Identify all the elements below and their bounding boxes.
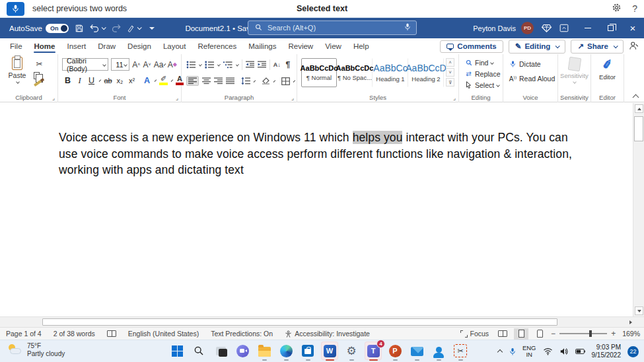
change-case-button[interactable]: Aa: [154, 59, 165, 70]
read-mode-button[interactable]: [495, 328, 510, 340]
superscript-button[interactable]: x²: [127, 77, 136, 85]
replace-button[interactable]: ⇄ Replace: [459, 68, 503, 79]
underline-button[interactable]: U: [87, 76, 96, 85]
print-layout-button[interactable]: [514, 328, 528, 340]
word-button[interactable]: W: [321, 342, 338, 360]
line-spacing-caret-icon[interactable]: [254, 80, 256, 83]
user-avatar[interactable]: PD: [521, 22, 534, 34]
zoom-level[interactable]: 169%: [622, 330, 640, 338]
close-button[interactable]: ×: [622, 18, 644, 38]
user-name[interactable]: Peyton Davis: [473, 24, 516, 32]
editor-button[interactable]: ✐ Editor: [591, 57, 624, 81]
scroll-down-button[interactable]: [635, 307, 643, 315]
highlight-color-button[interactable]: ✐: [159, 76, 168, 85]
hidden-icons-chevron[interactable]: [497, 349, 503, 354]
mail-button[interactable]: [408, 342, 425, 360]
sensitivity-button[interactable]: Sensitivity: [558, 57, 590, 83]
search-input[interactable]: [268, 24, 404, 32]
edge-button[interactable]: [277, 342, 295, 360]
increase-indent-button[interactable]: [258, 61, 266, 68]
cut-button[interactable]: ✂: [34, 58, 45, 69]
editing-mode-button[interactable]: ✎ Editing: [509, 40, 566, 54]
styles-more-button[interactable]: ⊽: [446, 78, 454, 87]
style-normal[interactable]: AaBbCcDc ¶ Normal: [301, 58, 337, 87]
microsoft-store-button[interactable]: [299, 342, 316, 360]
minimize-button[interactable]: [577, 18, 599, 38]
ribbon-display-options-icon[interactable]: [559, 24, 569, 32]
align-center-button[interactable]: [202, 77, 211, 85]
bullets-caret-icon[interactable]: [199, 63, 202, 66]
paragraph-dialog-launcher[interactable]: ⌟: [291, 94, 294, 101]
line-spacing-button[interactable]: [241, 77, 250, 85]
autosave-toggle[interactable]: On: [46, 24, 69, 33]
shrink-font-button[interactable]: A˅: [143, 59, 151, 70]
clear-formatting-button[interactable]: A◆: [168, 59, 177, 70]
align-left-button[interactable]: [186, 76, 199, 86]
tab-home[interactable]: Home: [28, 40, 61, 52]
tab-draw[interactable]: Draw: [92, 40, 122, 52]
tab-help[interactable]: Help: [347, 40, 375, 52]
tab-layout[interactable]: Layout: [157, 40, 192, 52]
shading-button[interactable]: [262, 77, 270, 85]
clipboard-dialog-launcher[interactable]: ⌟: [52, 94, 55, 101]
clock[interactable]: 9:03 PM 9/15/2022: [592, 344, 622, 359]
word-count[interactable]: 2 of 38 words: [48, 330, 101, 338]
start-button[interactable]: [168, 342, 186, 360]
tab-view[interactable]: View: [319, 40, 347, 52]
read-aloud-button[interactable]: A⁾⁾ Read Aloud: [503, 71, 557, 86]
language-switcher[interactable]: ENG IN: [522, 345, 536, 359]
zoom-slider[interactable]: [559, 333, 607, 334]
scroll-up-button[interactable]: [635, 104, 643, 113]
search-box[interactable]: [248, 20, 417, 35]
zoom-in-button[interactable]: +: [611, 329, 616, 338]
taskbar-search-button[interactable]: [190, 342, 207, 360]
weather-widget[interactable]: 75°F Partly cloudy: [8, 342, 65, 358]
wifi-icon[interactable]: [543, 347, 553, 355]
sort-button[interactable]: A↓: [273, 61, 281, 68]
text-predictions-status[interactable]: Text Predictions: On: [205, 330, 279, 338]
dictate-button[interactable]: Dictate: [503, 57, 557, 71]
comments-button[interactable]: Comments: [440, 40, 503, 53]
multilevel-caret-icon[interactable]: [236, 63, 239, 66]
premium-gem-icon[interactable]: [542, 24, 552, 32]
voice-access-app-button[interactable]: [430, 342, 447, 360]
numbering-button[interactable]: [205, 61, 214, 69]
justify-button[interactable]: [226, 77, 234, 85]
teams-button[interactable]: T4: [365, 342, 382, 360]
tray-mic-icon[interactable]: [509, 347, 516, 356]
voice-settings-gear-icon[interactable]: [612, 3, 622, 15]
collapse-ribbon-icon[interactable]: [633, 94, 639, 99]
text-effects-caret-icon[interactable]: [155, 79, 157, 82]
volume-icon[interactable]: [559, 347, 569, 355]
zoom-slider-thumb[interactable]: [589, 330, 592, 337]
grow-font-button[interactable]: A˄: [132, 59, 140, 70]
document-page[interactable]: Voice access is a new experience on Wind…: [0, 103, 633, 316]
powerpoint-button[interactable]: P: [386, 342, 404, 360]
show-formatting-marks-button[interactable]: ¶: [284, 59, 292, 70]
search-mic-icon[interactable]: [404, 23, 411, 32]
underline-caret-icon[interactable]: [99, 79, 102, 82]
subscript-button[interactable]: x₂: [116, 77, 124, 85]
tab-insert[interactable]: Insert: [61, 40, 92, 52]
voice-access-mic-button[interactable]: [7, 2, 24, 16]
share-button[interactable]: ↗ Share: [571, 40, 624, 54]
tab-file[interactable]: File: [4, 40, 28, 52]
file-explorer-button[interactable]: [256, 342, 273, 360]
highlight-caret-icon[interactable]: [171, 79, 174, 82]
accessibility-status[interactable]: Accessibility: Investigate: [279, 330, 376, 338]
snipping-tool-button[interactable]: ✂: [452, 342, 469, 360]
horizontal-scroll-thumb[interactable]: [42, 318, 557, 326]
styles-dialog-launcher[interactable]: ⌟: [453, 94, 456, 101]
notification-count-badge[interactable]: 22: [627, 346, 639, 357]
borders-button[interactable]: [281, 77, 290, 85]
decrease-indent-button[interactable]: [246, 61, 254, 68]
multilevel-list-button[interactable]: [223, 61, 233, 69]
page-count[interactable]: Page 1 of 4: [0, 330, 48, 338]
horizontal-scrollbar[interactable]: [0, 316, 644, 327]
shading-caret-icon[interactable]: [273, 80, 276, 83]
vertical-scroll-thumb[interactable]: [634, 116, 643, 141]
redo-button[interactable]: [111, 24, 121, 32]
task-view-button[interactable]: [212, 342, 229, 360]
scroll-right-button[interactable]: [627, 318, 635, 326]
bold-button[interactable]: B: [63, 76, 72, 85]
